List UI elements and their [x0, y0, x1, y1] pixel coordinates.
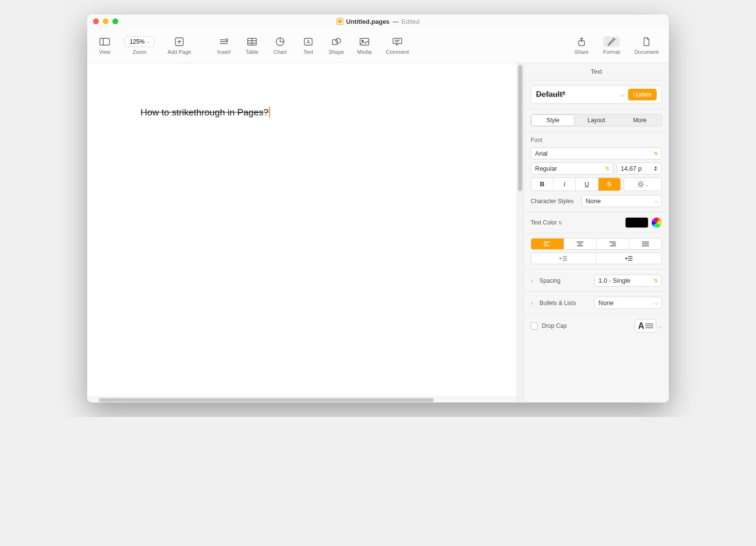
font-family-select[interactable]: Arial ⇅ [531, 147, 662, 160]
plus-icon [171, 36, 188, 47]
close-icon[interactable] [93, 18, 99, 24]
text-cursor [269, 107, 270, 117]
window-title: Untitled.pages — Edited [336, 18, 419, 25]
scrollbar-thumb[interactable] [518, 65, 522, 191]
stepper-icon: ⇅ [654, 278, 658, 283]
expand-icon[interactable]: › [531, 277, 533, 284]
horizontal-align-buttons [531, 238, 662, 250]
update-style-button[interactable]: Update [628, 89, 657, 100]
text-color-swatch[interactable] [625, 217, 648, 228]
align-center-button[interactable] [564, 239, 597, 249]
filename: Untitled.pages [346, 18, 390, 25]
chevron-down-icon: ⌵ [659, 323, 662, 329]
stepper-icon: ⇅ [605, 166, 609, 171]
chevron-down-icon: ⌵ [621, 91, 624, 98]
insert-icon [216, 36, 232, 47]
edited-status: Edited [402, 18, 420, 25]
indent-button[interactable] [597, 253, 662, 264]
text-style-buttons: B I U S [531, 177, 621, 191]
stepper-icon[interactable]: ▲▼ [654, 166, 658, 172]
zoom-value[interactable]: 125% ⌵ [125, 36, 155, 47]
vertical-scrollbar[interactable] [517, 63, 523, 402]
shape-icon [328, 36, 345, 47]
expand-icon[interactable]: › [531, 299, 533, 306]
document-settings-icon [638, 36, 655, 47]
indent-buttons [531, 253, 662, 264]
scrollbar-thumb[interactable] [99, 398, 434, 402]
bold-button[interactable]: B [531, 178, 553, 191]
gear-icon [637, 181, 644, 188]
svg-text:A: A [307, 39, 310, 45]
add-page-button[interactable]: Add Page [164, 36, 195, 55]
char-styles-select[interactable]: None ⌵ [582, 195, 662, 207]
dropcap-style-select[interactable]: A [635, 319, 656, 333]
svg-rect-0 [100, 38, 110, 45]
zoom-button[interactable]: 125% ⌵ Zoom [124, 36, 155, 55]
strikethrough-button[interactable]: S [598, 178, 620, 191]
table-button[interactable]: Table [241, 36, 263, 55]
tab-style[interactable]: Style [531, 114, 575, 126]
spacing-select[interactable]: 1.0 - Single ⇅ [594, 274, 662, 287]
text-button[interactable]: A Text [298, 36, 319, 55]
media-icon [356, 36, 373, 47]
inspector-tabs: Style Layout More [531, 114, 662, 127]
color-picker-icon[interactable] [651, 217, 662, 228]
document-button[interactable]: Document [631, 36, 662, 55]
tab-layout[interactable]: Layout [575, 114, 618, 126]
media-button[interactable]: Media [354, 36, 375, 55]
svg-point-24 [639, 183, 642, 186]
document-icon [336, 18, 343, 25]
chevron-down-icon: ⌵ [646, 182, 648, 187]
svg-point-19 [362, 40, 363, 41]
underline-button[interactable]: U [576, 178, 598, 191]
app-window: Untitled.pages — Edited View 125% ⌵ Zoom [87, 15, 669, 402]
sidebar-icon [96, 36, 113, 47]
tab-more[interactable]: More [618, 114, 662, 126]
svg-point-8 [226, 39, 228, 41]
align-justify-button[interactable] [630, 239, 662, 249]
format-inspector: Text Default* ⌵ Update Style Layout More… [523, 63, 669, 402]
paintbrush-icon [603, 36, 620, 47]
bullets-select[interactable]: None ⌵ [594, 297, 662, 309]
shape-button[interactable]: Shape [326, 36, 347, 55]
document-canvas[interactable]: How to strikethrough in Pages? [87, 63, 517, 402]
horizontal-scrollbar[interactable] [87, 397, 517, 402]
font-size-field[interactable]: 14,67 p ▲▼ [616, 162, 662, 175]
align-right-button[interactable] [597, 239, 630, 249]
format-button[interactable]: Format [601, 36, 622, 55]
toolbar: View 125% ⌵ Zoom Add Page Insert [87, 28, 669, 63]
chevron-down-icon: ⌵ [655, 198, 658, 204]
svg-line-30 [642, 186, 643, 187]
stepper-icon: ⇅ [654, 151, 658, 156]
dropcap-checkbox[interactable] [531, 322, 538, 330]
comment-button[interactable]: Comment [382, 36, 413, 55]
align-left-button[interactable] [531, 239, 564, 249]
italic-button[interactable]: I [553, 178, 576, 191]
chart-icon [272, 36, 288, 47]
share-button[interactable]: Share [571, 36, 592, 55]
outdent-button[interactable] [531, 253, 597, 264]
chevron-down-icon: ⌵ [655, 300, 658, 305]
fullscreen-icon[interactable] [112, 18, 118, 24]
window-controls [93, 18, 118, 24]
paragraph-style-name: Default* [536, 90, 617, 99]
insert-button[interactable]: Insert [213, 36, 235, 55]
bullets-label[interactable]: Bullets & Lists [539, 300, 590, 306]
svg-line-29 [638, 182, 639, 183]
font-section-title: Font [531, 137, 662, 144]
dropcap-label: Drop Cap [542, 322, 567, 329]
text-color-label[interactable]: Text Color ⇅ [531, 219, 562, 226]
char-styles-label: Character Styles [531, 198, 574, 205]
inspector-title: Text [524, 63, 669, 80]
comment-icon [389, 36, 406, 47]
advanced-options-button[interactable]: ⌵ [624, 177, 662, 191]
minimize-icon[interactable] [103, 18, 109, 24]
paragraph-style-selector[interactable]: Default* ⌵ Update [531, 85, 662, 104]
svg-line-31 [638, 186, 639, 187]
font-weight-select[interactable]: Regular ⇅ [531, 162, 614, 175]
spacing-label[interactable]: Spacing [539, 277, 590, 284]
view-button[interactable]: View [94, 36, 115, 55]
chart-button[interactable]: Chart [269, 36, 291, 55]
table-icon [244, 36, 260, 47]
chevron-down-icon: ⌵ [146, 39, 149, 44]
